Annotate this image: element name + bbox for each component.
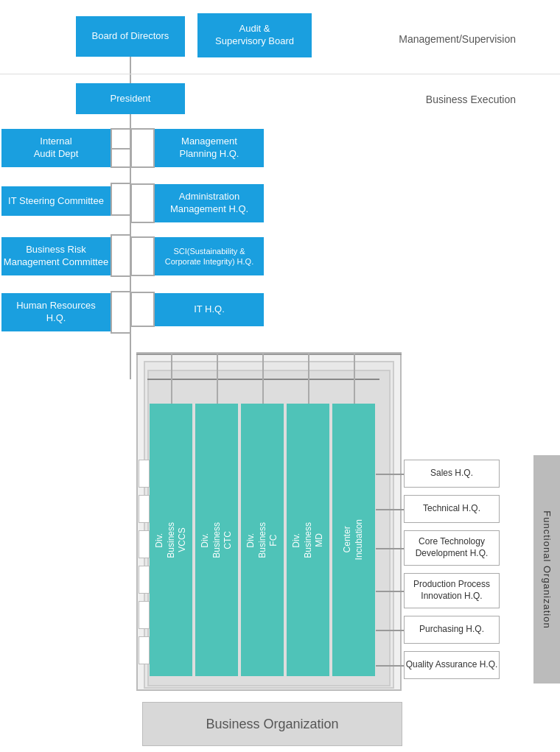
ctc-div: CTC Business Div. [195,404,238,676]
row-connector-4 [139,566,150,594]
purchasing-hq: Purchasing H.Q. [404,616,500,644]
core-technology-hq: Core Technology Development H.Q. [404,530,500,566]
administration-management-hq: Administration Management H.Q. [155,184,264,222]
audit-supervisory-board: Audit & Supervisory Board [197,13,312,57]
row-connector-2 [139,495,150,523]
business-risk-committee: Business Risk Management Committee [1,237,111,275]
management-planning-hq: Management Planning H.Q. [155,129,264,167]
line-h-prod [376,591,404,592]
org-chart: Management/Supervision Business Executio… [0,0,560,752]
line-v-vccs [171,354,172,404]
line-h-tech [376,509,404,510]
functional-org-label: Functional Organization [533,455,560,684]
sales-hq: Sales H.Q. [404,460,500,488]
row-connector-1 [139,460,150,488]
row-connector-5 [139,601,150,629]
line-top-divs [136,354,402,355]
line-v-incubation [354,354,355,404]
incubation-center: Incubation Center [332,404,375,676]
md-div: MD Business Div. [287,404,329,676]
management-label: Management/Supervision [399,33,516,45]
line-to-divs [130,339,131,355]
technical-hq: Technical H.Q. [404,495,500,523]
line-h-purch [376,630,404,631]
vccs-div: VCCS Business Div. [150,404,192,676]
line-h-core [376,548,404,549]
row-connector-6 [139,636,150,664]
it-hq: IT H.Q. [155,293,264,326]
business-organization: Business Organization [142,702,402,746]
connector-r-mgmt [130,128,155,168]
quality-assurance-hq: Quality Assurance H.Q. [404,651,500,679]
line-board-president [130,57,131,83]
sci-hq: SCI(Sustainability & Corporate Integrity… [155,237,264,275]
line-v-md [308,354,309,404]
connector-r-sci [130,236,155,276]
connector-r-it [130,292,155,327]
connector-hr [111,291,131,334]
production-process-hq: Production Process Innovation H.Q. [404,573,500,608]
line-h-sales [376,474,404,475]
connector-risk [111,234,131,277]
connector-r-admin [130,183,155,223]
connector-steering [111,183,131,216]
human-resources-hq: Human Resources H.Q. [1,293,111,331]
business-label: Business Execution [426,94,516,105]
it-steering-committee: IT Steering Committee [1,186,111,216]
row-connector-3 [139,530,150,558]
line-v-fc [262,354,264,404]
line-h-qa [376,665,404,667]
board-of-directors: Board of Directors [76,16,185,57]
fc-div: FC Business Div. [241,404,284,676]
president: President [76,83,185,114]
connector-audit [111,128,131,168]
internal-audit-dept: Internal Audit Dept [1,129,111,167]
line-v-ctc [217,354,218,404]
separator-line-2 [0,74,560,74]
